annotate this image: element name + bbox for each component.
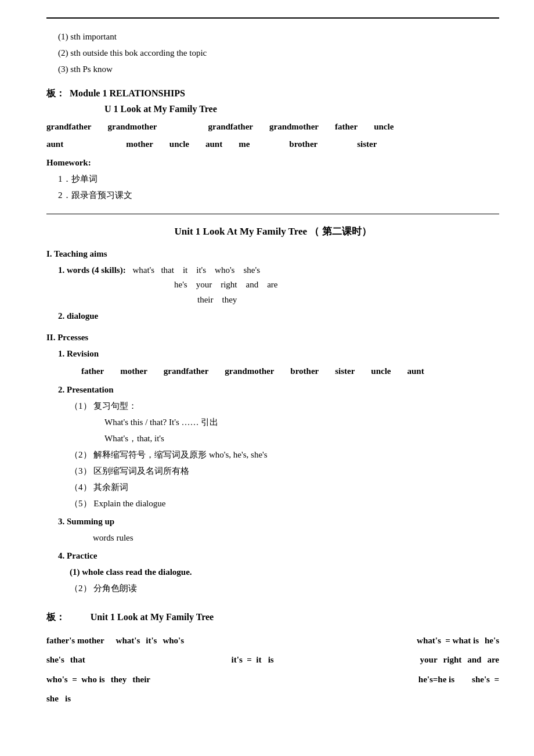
top-divider bbox=[46, 17, 499, 19]
summing-sub: words rules bbox=[58, 530, 499, 546]
board2-label: 板： bbox=[46, 612, 65, 622]
pres-item-3: What's，that, it's bbox=[58, 431, 499, 447]
board2-line2: she's that it's = it is your right and a… bbox=[46, 651, 499, 669]
intro-section: (1) sth important (2) sth outside this b… bbox=[46, 29, 499, 77]
presentation-label: 2. Presentation bbox=[58, 382, 499, 398]
practice-item-2: （2） 分角色朗读 bbox=[58, 581, 499, 596]
section1-sub2-label: 2. dialogue bbox=[46, 308, 499, 324]
board1-words-row1: grandfather grandmother grandfather gran… bbox=[46, 118, 499, 135]
board1-unit: U 1 Look at My Family Tree bbox=[104, 104, 217, 114]
summing-label: 3. Summing up bbox=[58, 514, 499, 530]
board1: 板： Module 1 RELATIONSHIPS U 1 Look at My… bbox=[46, 85, 499, 203]
board1-hw1: 1．抄单词 bbox=[46, 171, 499, 187]
practice-label: 4. Practice bbox=[58, 548, 499, 564]
board1-hw2: 2．跟录音预习课文 bbox=[46, 188, 499, 203]
board2-line3: who's = who is they their he's=he is she… bbox=[46, 671, 499, 689]
section2-sub3: 3. Summing up words rules bbox=[46, 514, 499, 546]
section1-sub1-label: 1. words (4 skills): bbox=[58, 265, 126, 275]
section2-sub2: 2. Presentation （1） 复习句型： What's this / … bbox=[46, 382, 499, 512]
middle-divider bbox=[46, 214, 499, 214]
section2-sub4: 4. Practice (1) whole class read the dia… bbox=[46, 548, 499, 596]
unit-header: Unit 1 Look At My Family Tree （ 第二课时） bbox=[46, 225, 499, 238]
pres-item-4: （2） 解释缩写符号，缩写词及原形 who's, he's, she's bbox=[58, 447, 499, 463]
pres-item-1: （1） 复习句型： bbox=[58, 398, 499, 414]
board1-module: Module 1 RELATIONSHIPS bbox=[70, 85, 185, 101]
pres-item-7: （5） Explain the dialogue bbox=[58, 496, 499, 512]
intro-item-2: (2) sth outside this bok according the t… bbox=[58, 45, 499, 61]
section1-words3: their they bbox=[46, 293, 499, 308]
board2: 板： Unit 1 Look at My Family Tree father'… bbox=[46, 611, 499, 708]
practice-item-1: (1) whole class read the dialogue. bbox=[58, 564, 499, 580]
section1: I. Teaching aims 1. words (4 skills): wh… bbox=[46, 246, 499, 325]
board1-homework-label: Homework: bbox=[46, 155, 499, 171]
board2-line1: father's mother what's it's who's what's… bbox=[46, 632, 499, 650]
board2-line4: she is bbox=[46, 690, 499, 708]
board1-words-row2: aunt mother uncle aunt me brother sister bbox=[46, 136, 499, 153]
pres-item-6: （4） 其余新词 bbox=[58, 480, 499, 495]
section2-title: II. Prcesses bbox=[46, 330, 499, 345]
section1-title: I. Teaching aims bbox=[46, 246, 499, 262]
pres-item-2: What's this / that? It's …… 引出 bbox=[58, 415, 499, 430]
board1-label: 板： bbox=[46, 85, 65, 101]
board2-title: Unit 1 Look at My Family Tree bbox=[67, 612, 214, 622]
revision-words: father mother grandfather grandmother br… bbox=[58, 363, 499, 380]
revision-label: 1. Revision bbox=[58, 346, 499, 362]
pres-item-5: （3） 区别缩写词及名词所有格 bbox=[58, 463, 499, 479]
section2: II. Prcesses 1. Revision father mother g… bbox=[46, 330, 499, 596]
section1-words2: he's your right and are bbox=[46, 278, 499, 293]
intro-item-1: (1) sth important bbox=[58, 29, 499, 45]
intro-item-3: (3) sth Ps know bbox=[58, 62, 499, 77]
section2-sub1: 1. Revision father mother grandfather gr… bbox=[46, 346, 499, 380]
